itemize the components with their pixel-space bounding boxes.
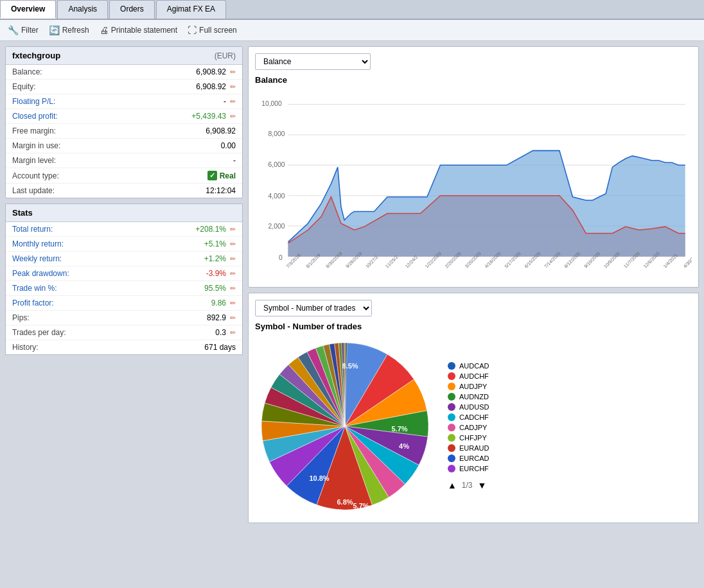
pie-label-2: 5.7% xyxy=(391,425,407,433)
legend-label-eurchf: EURCHF xyxy=(459,465,489,472)
history-row: History: 671 days xyxy=(6,340,242,354)
legend-label-audcad: AUDCAD xyxy=(459,362,489,370)
closed-profit-edit[interactable]: ✏ xyxy=(230,112,236,121)
pie-label-4: 10.8% xyxy=(309,474,329,482)
peak-drawdown-label: Peak drawdown: xyxy=(12,269,175,278)
svg-text:10,000: 10,000 xyxy=(261,100,282,107)
legend-label-chfjpy: CHFJPY xyxy=(459,434,487,442)
stats-card: Stats Total return: +208.1% ✏ Monthly re… xyxy=(5,203,243,355)
history-value: 671 days xyxy=(184,343,236,352)
tab-agimat[interactable]: Agimat FX EA xyxy=(156,0,226,19)
margin-use-row: Margin in use: 0.00 xyxy=(6,139,242,153)
free-margin-label: Free margin: xyxy=(12,126,184,135)
account-type-label: Account type: xyxy=(12,171,207,180)
profit-factor-value: 9.86 xyxy=(175,298,226,307)
peak-drawdown-edit[interactable]: ✏ xyxy=(230,270,236,278)
pie-label-6: 5.7% xyxy=(353,502,369,510)
profit-factor-row: Profit factor: 9.86 ✏ xyxy=(6,296,242,311)
legend-audchf: AUDCHF xyxy=(448,372,692,380)
margin-level-value: - xyxy=(184,156,236,165)
legend-dot-chfjpy xyxy=(448,434,455,442)
tab-orders[interactable]: Orders xyxy=(109,0,155,19)
toolbar: 🔧 Filter 🔄 Refresh 🖨 Printable statement… xyxy=(0,20,704,41)
balance-dropdown[interactable]: Balance Equity Floating P/L xyxy=(255,53,371,70)
tab-analysis[interactable]: Analysis xyxy=(57,0,108,19)
svg-text:2,000: 2,000 xyxy=(268,223,285,230)
legend-label-audnzd: AUDNZD xyxy=(459,393,489,401)
legend-dot-audnzd xyxy=(448,393,455,401)
legend-audcad: AUDCAD xyxy=(448,362,692,370)
free-margin-value: 6,908.92 xyxy=(184,126,236,135)
main-content: fxtechgroup (EUR) Balance: 6,908.92 ✏ Eq… xyxy=(0,41,704,528)
legend-prev-button[interactable]: ▲ xyxy=(448,480,457,490)
account-currency: (EUR) xyxy=(215,51,236,60)
trade-win-edit[interactable]: ✏ xyxy=(230,284,236,293)
trade-win-label: Trade win %: xyxy=(12,284,175,293)
pips-row: Pips: 892.9 ✏ xyxy=(6,311,242,325)
legend-label-audjpy: AUDJPY xyxy=(459,383,487,390)
legend-label-audusd: AUDUSD xyxy=(459,403,489,411)
legend-audusd: AUDUSD xyxy=(448,403,692,411)
total-return-edit[interactable]: ✏ xyxy=(230,225,236,234)
monthly-return-edit[interactable]: ✏ xyxy=(230,240,236,248)
equity-label: Equity: xyxy=(12,82,175,91)
balance-row: Balance: 6,908.92 ✏ xyxy=(6,65,242,80)
fullscreen-icon: ⛶ xyxy=(188,25,197,35)
svg-text:0: 0 xyxy=(279,254,283,261)
pie-label-1: 8.5% xyxy=(342,362,358,370)
profit-factor-edit[interactable]: ✏ xyxy=(230,299,236,307)
refresh-button[interactable]: 🔄 Refresh xyxy=(49,25,89,35)
trades-per-day-label: Trades per day: xyxy=(12,328,175,337)
floating-edit[interactable]: ✏ xyxy=(230,98,236,106)
print-button[interactable]: 🖨 Printable statement xyxy=(100,25,177,35)
legend-cadchf: CADCHF xyxy=(448,413,692,421)
closed-profit-row: Closed profit: +5,439.43 ✏ xyxy=(6,109,242,124)
pie-label-5: 6.8% xyxy=(337,498,353,506)
legend-label-cadchf: CADCHF xyxy=(459,413,489,421)
trades-per-day-edit[interactable]: ✏ xyxy=(230,329,236,337)
right-panel: Balance Equity Floating P/L Balance 0 2,… xyxy=(248,46,699,523)
refresh-icon: 🔄 xyxy=(49,25,60,35)
svg-text:6,000: 6,000 xyxy=(268,161,285,168)
legend-dot-euraud xyxy=(448,444,455,452)
balance-chart-card: Balance Equity Floating P/L Balance 0 2,… xyxy=(248,46,699,288)
pie-chart-card: Symbol - Number of trades Symbol - Volum… xyxy=(248,293,699,523)
filter-button[interactable]: 🔧 Filter xyxy=(8,25,39,35)
pie-label-3: 4% xyxy=(399,442,409,450)
svg-text:8,000: 8,000 xyxy=(268,130,285,137)
legend-cadjpy: CADJPY xyxy=(448,424,692,431)
last-update-label: Last update: xyxy=(12,186,184,195)
weekly-return-edit[interactable]: ✏ xyxy=(230,255,236,263)
balance-edit[interactable]: ✏ xyxy=(230,68,236,76)
monthly-return-value: +5.1% xyxy=(175,239,226,248)
account-type-row: Account type: ✓ Real xyxy=(6,168,242,184)
fullscreen-button[interactable]: ⛶ Full screen xyxy=(188,25,237,35)
legend-euraud: EURAUD xyxy=(448,444,692,452)
legend-dot-audjpy xyxy=(448,383,455,390)
monthly-return-row: Monthly return: +5.1% ✏ xyxy=(6,237,242,252)
account-header: fxtechgroup (EUR) xyxy=(6,47,242,65)
legend-dot-cadchf xyxy=(448,413,455,421)
account-type-value: ✓ Real xyxy=(207,171,236,180)
pie-dropdown[interactable]: Symbol - Number of trades Symbol - Volum… xyxy=(255,300,372,316)
pie-content: 8.5% 5.7% 4% 10.8% 6.8% 5.7% AUDCAD xyxy=(255,336,692,516)
tab-overview[interactable]: Overview xyxy=(0,0,56,19)
free-margin-row: Free margin: 6,908.92 xyxy=(6,124,242,139)
trades-per-day-value: 0.3 xyxy=(175,328,226,337)
legend-next-button[interactable]: ▼ xyxy=(478,480,487,490)
equity-row: Equity: 6,908.92 ✏ xyxy=(6,80,242,94)
account-card: fxtechgroup (EUR) Balance: 6,908.92 ✏ Eq… xyxy=(5,46,243,198)
last-update-value: 12:12:04 xyxy=(184,186,236,195)
pips-edit[interactable]: ✏ xyxy=(230,314,236,322)
account-type-text: Real xyxy=(220,171,236,180)
balance-chart: Balance 0 2,000 4,000 6,000 8,000 10,000 xyxy=(255,75,692,281)
equity-edit[interactable]: ✏ xyxy=(230,83,236,91)
equity-value: 6,908.92 xyxy=(175,82,226,91)
margin-use-label: Margin in use: xyxy=(12,141,184,150)
total-return-value: +208.1% xyxy=(175,225,226,234)
peak-drawdown-row: Peak drawdown: -3.9% ✏ xyxy=(6,266,242,281)
peak-drawdown-value: -3.9% xyxy=(175,269,226,278)
legend-dot-audchf xyxy=(448,372,455,380)
legend-pagination: ▲ 1/3 ▼ xyxy=(448,480,692,490)
margin-use-value: 0.00 xyxy=(184,141,236,150)
